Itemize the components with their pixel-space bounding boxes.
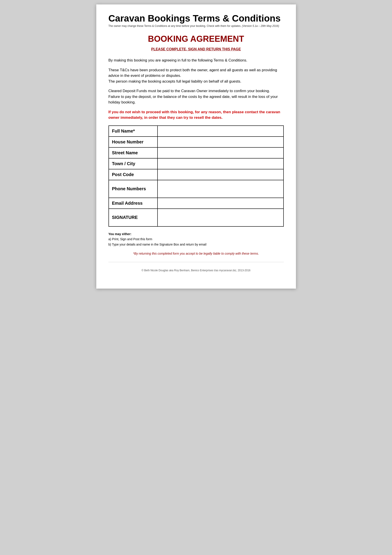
field-label-fullname: Full Name* (109, 126, 157, 137)
field-label-email: Email Address (109, 198, 157, 209)
header: Caravan Bookings Terms & Conditions The … (108, 13, 284, 28)
copyright: © Beth Nicole Douglas aka Roy Benham, Be… (108, 269, 284, 272)
field-label-postcode: Post Code (109, 169, 157, 180)
instruction-line: PLEASE COMPLETE, SIGN AND RETURN THIS PA… (108, 47, 284, 51)
main-title: Caravan Bookings Terms & Conditions (108, 13, 284, 23)
table-row: Phone Numbers (109, 180, 284, 198)
paragraph-1: By making this booking you are agreeing … (108, 58, 284, 63)
table-row: Full Name* (109, 126, 284, 137)
field-value-fullname[interactable] (157, 126, 284, 137)
table-row: House Number (109, 137, 284, 147)
field-value-streetname[interactable] (157, 147, 284, 158)
table-row: Street Name (109, 147, 284, 158)
paragraph-3: Cleared Deposit Funds must be paid to th… (108, 88, 284, 105)
bottom-options: You may either: a) Print, Sign and Post … (108, 232, 284, 247)
field-label-housenumber: House Number (109, 137, 157, 147)
field-value-email[interactable] (157, 198, 284, 209)
field-label-streetname: Street Name (109, 147, 157, 158)
field-value-towncity[interactable] (157, 158, 284, 169)
field-label-signature: SIGNATURE (109, 209, 157, 226)
warning-text: If you do not wish to proceed with this … (108, 109, 284, 121)
field-label-phonenumbers: Phone Numbers (109, 180, 157, 198)
divider (108, 262, 284, 262)
legal-note: *By returning this completed form you ac… (108, 252, 284, 255)
subtitle: The owner may change these Terms & Condi… (108, 24, 284, 28)
table-row: Email Address (109, 198, 284, 209)
paragraph-2: These T&Cs have been produced to protect… (108, 67, 284, 84)
page-container: Caravan Bookings Terms & Conditions The … (96, 4, 296, 289)
table-row: Town / City (109, 158, 284, 169)
field-label-towncity: Town / City (109, 158, 157, 169)
booking-form-table: Full Name* House Number Street Name Town… (108, 125, 284, 227)
table-row: Post Code (109, 169, 284, 180)
field-value-postcode[interactable] (157, 169, 284, 180)
booking-title: BOOKING AGREEMENT (108, 34, 284, 44)
table-row: SIGNATURE (109, 209, 284, 226)
field-value-signature[interactable] (157, 209, 284, 226)
field-value-housenumber[interactable] (157, 137, 284, 147)
field-value-phonenumbers[interactable] (157, 180, 284, 198)
